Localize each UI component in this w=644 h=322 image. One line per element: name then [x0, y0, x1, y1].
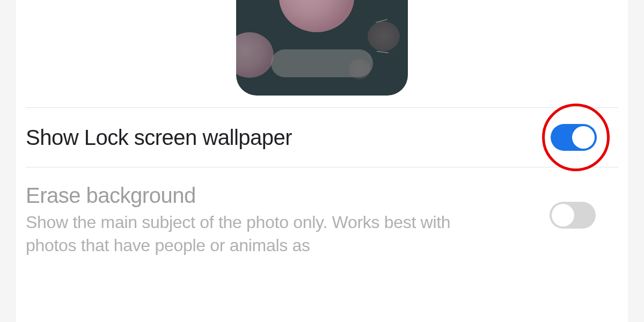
toggle-knob [572, 126, 595, 149]
show-lock-screen-wallpaper-toggle[interactable] [551, 124, 597, 151]
lock-screen-preview[interactable] [236, 0, 408, 96]
erase-background-toggle[interactable] [550, 202, 596, 229]
toggle-knob [552, 204, 574, 226]
wallpaper-flower-decoration [279, 0, 354, 32]
page-background: Show Lock screen wallpaper Erase backgro… [0, 0, 644, 322]
erase-background-text: Erase background Show the main subject o… [26, 184, 455, 257]
erase-background-row: Erase background Show the main subject o… [16, 167, 628, 257]
settings-card: Show Lock screen wallpaper Erase backgro… [16, 0, 628, 322]
wallpaper-dragonfly-decoration [377, 50, 389, 53]
erase-background-label: Erase background [26, 184, 455, 208]
erase-background-description: Show the main subject of the photo only.… [26, 211, 455, 257]
wallpaper-flower-decoration [236, 32, 274, 78]
show-lock-screen-wallpaper-label: Show Lock screen wallpaper [26, 126, 292, 150]
search-pill-placeholder [271, 49, 373, 77]
show-lock-screen-wallpaper-row[interactable]: Show Lock screen wallpaper [16, 108, 628, 167]
wallpaper-preview-section [16, 0, 628, 107]
wallpaper-flower-decoration [368, 21, 400, 51]
